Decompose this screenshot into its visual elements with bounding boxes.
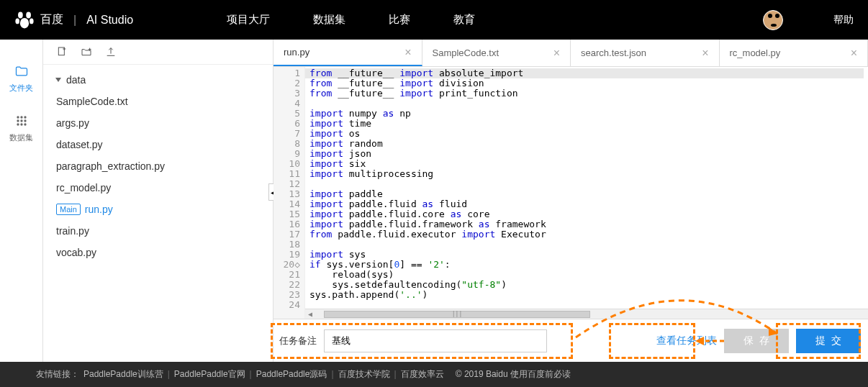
logo-text: 百度	[40, 12, 63, 27]
nav-competition[interactable]: 比赛	[389, 13, 410, 27]
file-tree: data SampleCode.txt args.py dataset.py p…	[43, 65, 273, 362]
editor-tabs: run.py× SampleCode.txt× search.test.json…	[273, 40, 868, 67]
tab-search-json[interactable]: search.test.json×	[571, 40, 720, 66]
footer: 友情链接： PaddlePaddle训练营|PaddlePaddle官网|Pad…	[0, 362, 868, 387]
studio-text: AI Studio	[86, 14, 133, 27]
svg-point-8	[17, 119, 19, 122]
close-icon[interactable]: ×	[404, 46, 411, 59]
svg-point-13	[24, 123, 26, 125]
footer-link[interactable]: PaddlePaddle训练营	[83, 369, 163, 379]
tree-file[interactable]: args.py	[53, 112, 263, 134]
tab-rcmodel[interactable]: rc_model.py×	[720, 40, 869, 66]
nav-education[interactable]: 教育	[453, 13, 475, 27]
logo-divider: |	[73, 14, 76, 27]
footer-label: 友情链接：	[36, 368, 79, 381]
upload-icon[interactable]	[105, 46, 117, 58]
tree-file[interactable]: dataset.py	[53, 134, 263, 155]
logo-area[interactable]: 百度 | AI Studio	[14, 10, 133, 30]
save-button[interactable]: 保存	[724, 329, 789, 353]
folder-icon	[14, 64, 29, 78]
tab-label: SampleCode.txt	[433, 47, 499, 58]
tree-file[interactable]: rc_model.py	[53, 177, 263, 199]
tree-file-main[interactable]: Main run.py	[53, 199, 263, 220]
code-content[interactable]: from __future__ import absolute_importfr…	[305, 67, 868, 319]
rail-datasets-label: 数据集	[9, 132, 33, 143]
tab-label: rc_model.py	[730, 47, 781, 58]
new-file-icon[interactable]	[56, 46, 68, 58]
horizontal-scrollbar[interactable]: ◀|||	[305, 309, 868, 319]
svg-point-5	[17, 116, 19, 118]
new-folder-icon[interactable]	[81, 46, 92, 58]
footer-copyright: © 2019 Baidu 使用百度前必读	[456, 368, 571, 381]
submit-button[interactable]: 提交	[796, 329, 861, 353]
avatar[interactable]	[763, 10, 783, 30]
code-editor[interactable]: 1234567891011121314151617181920◇21222324…	[273, 67, 868, 319]
svg-point-6	[20, 116, 22, 118]
help-link[interactable]: 帮助	[833, 14, 854, 27]
footer-link[interactable]: PaddlePaddle源码	[256, 369, 327, 379]
line-gutter: 1234567891011121314151617181920◇21222324	[273, 67, 305, 319]
close-icon[interactable]: ×	[702, 47, 708, 60]
footer-link[interactable]: 百度技术学院	[338, 369, 390, 379]
editor-area: ◀ run.py× SampleCode.txt× search.test.js…	[273, 40, 868, 362]
svg-point-12	[20, 123, 22, 125]
svg-point-0	[18, 12, 23, 18]
file-sidebar: data SampleCode.txt args.py dataset.py p…	[43, 40, 273, 362]
svg-point-1	[26, 12, 31, 18]
svg-point-3	[30, 18, 34, 24]
tab-label: run.py	[284, 47, 309, 58]
tree-file[interactable]: vocab.py	[53, 242, 263, 263]
tab-run-py[interactable]: run.py×	[273, 40, 422, 66]
task-bar: 任务备注 查看任务列表 保存 提交	[273, 319, 868, 362]
rail-files-label: 文件夹	[9, 83, 33, 94]
svg-point-4	[20, 17, 29, 28]
tree-file[interactable]: SampleCode.txt	[53, 91, 263, 112]
tree-file[interactable]: paragraph_extraction.py	[53, 155, 263, 177]
close-icon[interactable]: ×	[553, 47, 560, 60]
nav-datasets[interactable]: 数据集	[313, 13, 345, 27]
footer-link[interactable]: PaddlePaddle官网	[174, 369, 245, 379]
svg-point-11	[17, 123, 19, 125]
left-rail: 文件夹 数据集	[0, 40, 43, 362]
nav-projects[interactable]: 项目大厅	[227, 13, 270, 27]
grid-dots-icon	[14, 114, 29, 128]
top-bar: 百度 | AI Studio 项目大厅 数据集 比赛 教育 帮助	[0, 0, 868, 40]
paw-logo-icon	[14, 10, 35, 30]
svg-point-2	[15, 18, 19, 24]
footer-link[interactable]: 百度效率云	[401, 369, 444, 379]
view-task-list-link[interactable]: 查看任务列表	[656, 334, 717, 347]
sidebar-toolbar	[43, 40, 273, 65]
tree-folder-data[interactable]: data	[53, 69, 263, 91]
rail-datasets[interactable]: 数据集	[0, 104, 42, 153]
tab-samplecode[interactable]: SampleCode.txt×	[422, 40, 571, 66]
nav-links: 项目大厅 数据集 比赛 教育	[227, 13, 475, 27]
tree-file[interactable]: train.py	[53, 220, 263, 242]
svg-point-7	[24, 116, 26, 118]
svg-point-9	[20, 119, 22, 122]
tab-label: search.test.json	[581, 47, 646, 58]
close-icon[interactable]: ×	[851, 47, 857, 60]
main-badge: Main	[56, 204, 81, 215]
tree-file-label: run.py	[85, 204, 113, 215]
task-label: 任务备注	[279, 334, 317, 347]
task-note-input[interactable]	[324, 329, 547, 352]
rail-files[interactable]: 文件夹	[0, 54, 42, 104]
svg-point-10	[24, 119, 26, 122]
